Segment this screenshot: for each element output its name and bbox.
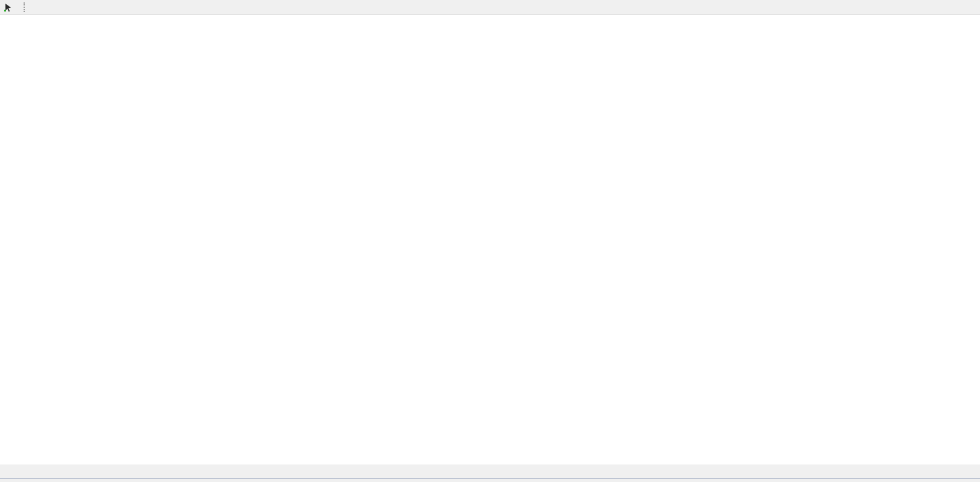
tab-scroll-right-icon[interactable] <box>973 466 979 470</box>
tab-scroll-arrows <box>967 466 979 470</box>
cursor-arrow-glyph <box>4 3 13 12</box>
chart-window[interactable] <box>0 15 980 464</box>
toolbar-drag-handle[interactable] <box>24 2 25 12</box>
status-strip <box>0 478 980 482</box>
tab-scroll-left-icon[interactable] <box>967 466 973 470</box>
chart-tabs-list <box>5 464 958 478</box>
top-toolbar <box>0 0 980 15</box>
chart-tabs-bar <box>0 464 980 478</box>
crosshair-tool-icon[interactable] <box>2 2 13 13</box>
